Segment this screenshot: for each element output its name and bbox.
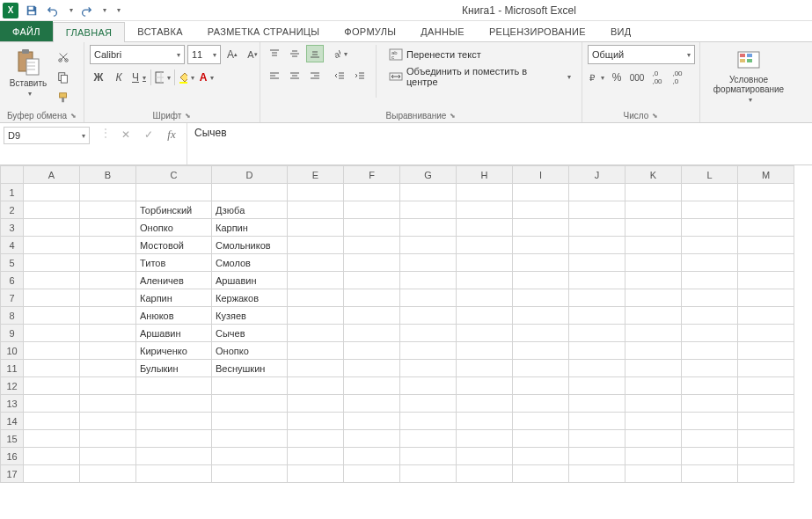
column-header[interactable]: J — [569, 166, 625, 184]
cell[interactable] — [400, 448, 457, 465]
align-top-icon[interactable] — [266, 45, 283, 62]
cell[interactable] — [24, 377, 80, 395]
cell[interactable] — [682, 395, 738, 413]
cell[interactable] — [738, 307, 794, 325]
save-icon[interactable] — [24, 3, 40, 18]
cell[interactable] — [212, 377, 288, 395]
cell[interactable] — [344, 448, 400, 465]
cell[interactable] — [288, 272, 344, 289]
cell[interactable] — [136, 430, 212, 448]
cell[interactable] — [212, 395, 288, 413]
cell[interactable] — [625, 219, 682, 237]
cell[interactable] — [569, 342, 625, 360]
cell[interactable] — [513, 342, 569, 360]
undo-dropdown[interactable]: ▾ — [69, 6, 73, 14]
cell[interactable] — [625, 413, 682, 430]
cell[interactable] — [738, 342, 794, 360]
column-header[interactable]: A — [24, 166, 80, 184]
cell[interactable] — [625, 465, 682, 483]
cell[interactable] — [344, 395, 400, 413]
cell[interactable] — [288, 201, 344, 219]
cell[interactable] — [80, 448, 136, 465]
cell[interactable] — [569, 465, 625, 483]
decrease-indent-icon[interactable] — [331, 67, 348, 84]
cell[interactable] — [625, 254, 682, 272]
column-header[interactable]: K — [625, 166, 682, 184]
cell[interactable] — [569, 272, 625, 289]
paste-button[interactable]: Вставить ▾ — [5, 45, 51, 98]
cell[interactable]: Титов — [136, 254, 212, 272]
cell[interactable] — [288, 307, 344, 325]
cell[interactable] — [24, 237, 80, 254]
cell[interactable] — [24, 360, 80, 377]
cell[interactable] — [212, 465, 288, 483]
cell[interactable] — [400, 325, 457, 342]
cell[interactable] — [682, 219, 738, 237]
cell[interactable] — [457, 272, 513, 289]
cell[interactable] — [738, 325, 794, 342]
cell[interactable] — [682, 430, 738, 448]
cell[interactable] — [513, 254, 569, 272]
row-header[interactable]: 11 — [1, 360, 24, 377]
cell[interactable] — [569, 395, 625, 413]
row-header[interactable]: 12 — [1, 377, 24, 395]
cell[interactable] — [569, 219, 625, 237]
cell[interactable] — [400, 254, 457, 272]
tab-home[interactable]: ГЛАВНАЯ — [53, 22, 126, 42]
cell[interactable] — [457, 395, 513, 413]
cell[interactable] — [513, 360, 569, 377]
cell[interactable] — [457, 377, 513, 395]
cell[interactable] — [457, 289, 513, 307]
font-color-icon[interactable]: A▾ — [198, 69, 216, 86]
cell[interactable] — [625, 395, 682, 413]
cell[interactable] — [457, 237, 513, 254]
cell[interactable] — [682, 413, 738, 430]
cell[interactable]: Онопко — [212, 342, 288, 360]
alignment-launcher-icon[interactable]: ⬊ — [450, 112, 456, 120]
cell[interactable]: Веснушкин — [212, 360, 288, 377]
cell[interactable] — [569, 184, 625, 201]
column-header[interactable]: M — [738, 166, 794, 184]
percent-format-icon[interactable]: % — [608, 69, 625, 86]
cell[interactable] — [400, 395, 457, 413]
wrap-text-button[interactable]: abc Перенести текст — [384, 45, 576, 64]
cell[interactable] — [24, 413, 80, 430]
cell[interactable] — [344, 272, 400, 289]
tab-review[interactable]: РЕЦЕНЗИРОВАНИЕ — [477, 21, 598, 41]
cell[interactable] — [738, 377, 794, 395]
cell[interactable]: Кузяев — [212, 307, 288, 325]
cell[interactable] — [569, 201, 625, 219]
cell[interactable] — [513, 377, 569, 395]
cell[interactable] — [513, 413, 569, 430]
row-header[interactable]: 17 — [1, 465, 24, 483]
decrease-decimal-icon[interactable]: ,00,0 — [669, 69, 686, 86]
cell[interactable] — [344, 342, 400, 360]
cell[interactable] — [288, 325, 344, 342]
format-painter-icon[interactable] — [55, 89, 72, 106]
cell[interactable] — [738, 289, 794, 307]
cell[interactable] — [513, 448, 569, 465]
cell[interactable] — [344, 237, 400, 254]
cell[interactable] — [24, 325, 80, 342]
italic-button[interactable]: К — [110, 69, 128, 86]
cell[interactable] — [400, 184, 457, 201]
cell[interactable] — [625, 325, 682, 342]
cell[interactable] — [344, 201, 400, 219]
column-header[interactable]: B — [80, 166, 136, 184]
cell[interactable] — [513, 237, 569, 254]
cell[interactable] — [288, 413, 344, 430]
cell[interactable]: Карпин — [136, 289, 212, 307]
cell[interactable]: Торбинский — [136, 201, 212, 219]
cell[interactable] — [80, 413, 136, 430]
cut-icon[interactable] — [55, 48, 72, 66]
cell[interactable] — [738, 201, 794, 219]
column-header[interactable]: G — [400, 166, 457, 184]
cell[interactable]: Кержаков — [212, 289, 288, 307]
cell[interactable] — [513, 219, 569, 237]
number-format-select[interactable]: Общий▾ — [588, 45, 695, 64]
cell[interactable] — [457, 360, 513, 377]
cell[interactable] — [80, 219, 136, 237]
cell[interactable] — [400, 201, 457, 219]
cell[interactable] — [400, 219, 457, 237]
cell[interactable] — [80, 377, 136, 395]
